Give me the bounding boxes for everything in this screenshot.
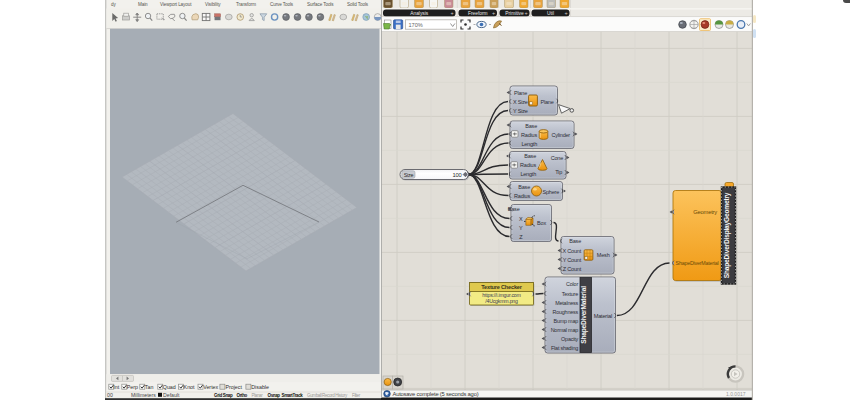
svg-text:X Size: X Size xyxy=(513,99,528,105)
svg-text:/4Ucgkmm.png: /4Ucgkmm.png xyxy=(485,298,518,304)
svg-text:+: + xyxy=(525,10,528,16)
svg-text:+: + xyxy=(565,10,568,16)
svg-text:Z Count: Z Count xyxy=(563,266,582,272)
svg-text:Util: Util xyxy=(547,11,554,16)
svg-text:+: + xyxy=(492,10,495,16)
svg-text:Int: Int xyxy=(113,384,119,390)
svg-text:Autosave complete (5 seconds a: Autosave complete (5 seconds ago) xyxy=(393,391,479,397)
svg-text:Flat shading: Flat shading xyxy=(551,345,578,351)
svg-text:Radius: Radius xyxy=(514,193,530,199)
svg-text:Surface Tools: Surface Tools xyxy=(307,2,334,7)
svg-text:Size: Size xyxy=(404,172,414,178)
svg-text:Geometry: Geometry xyxy=(693,209,717,215)
svg-text:Texture: Texture xyxy=(562,291,578,297)
svg-text:Main: Main xyxy=(138,2,148,7)
svg-text:Gumball: Gumball xyxy=(307,393,322,398)
svg-text:Disable: Disable xyxy=(251,384,269,390)
svg-text:Visibility: Visibility xyxy=(205,2,221,7)
svg-text:00: 00 xyxy=(107,392,113,398)
svg-text:1.0.0017: 1.0.0017 xyxy=(726,391,746,397)
svg-text:Default: Default xyxy=(163,392,180,398)
svg-text:Normal map: Normal map xyxy=(551,327,579,333)
svg-text:Vertex: Vertex xyxy=(203,384,218,390)
svg-text:Y Size: Y Size xyxy=(513,108,528,114)
svg-text:ShapeDiverDisplayGeometry: ShapeDiverDisplayGeometry xyxy=(723,192,731,278)
svg-text:Osnap: Osnap xyxy=(268,393,281,398)
svg-text:Material: Material xyxy=(594,313,612,319)
svg-text:Metalness: Metalness xyxy=(555,300,578,306)
svg-text:Plane: Plane xyxy=(540,99,553,105)
svg-text:X: X xyxy=(519,216,523,222)
svg-text:Primitive: Primitive xyxy=(505,11,524,16)
svg-text:Curve Tools: Curve Tools xyxy=(270,2,294,7)
svg-text:Cylinder: Cylinder xyxy=(551,132,570,138)
svg-text:Perp: Perp xyxy=(127,384,138,390)
svg-text:Record History: Record History xyxy=(322,393,348,398)
svg-text:Plane: Plane xyxy=(514,90,527,96)
svg-text:Roughness: Roughness xyxy=(553,309,579,315)
svg-text:Planar: Planar xyxy=(252,393,264,398)
svg-text:ShapeDiverMaterial: ShapeDiverMaterial xyxy=(676,260,719,266)
svg-text:Opacity: Opacity xyxy=(561,336,578,342)
svg-text:Quad: Quad xyxy=(163,384,176,390)
svg-text:Viewport Layout: Viewport Layout xyxy=(160,2,192,7)
svg-text:Base: Base xyxy=(524,153,536,159)
svg-text:Radius: Radius xyxy=(521,132,537,138)
svg-text:Filter: Filter xyxy=(352,393,361,398)
svg-text:Transform: Transform xyxy=(236,2,256,7)
svg-text:170%: 170% xyxy=(409,22,423,28)
svg-text:Y Count: Y Count xyxy=(563,257,582,263)
svg-text:dy: dy xyxy=(111,2,116,7)
svg-text:SmartTrack: SmartTrack xyxy=(282,393,304,398)
svg-text:Length: Length xyxy=(521,141,537,147)
svg-text:Box: Box xyxy=(537,220,546,226)
svg-text:Millimeters: Millimeters xyxy=(131,392,156,398)
svg-text:Cone: Cone xyxy=(551,155,563,161)
svg-text:Color: Color xyxy=(566,281,578,287)
svg-text:Tip: Tip xyxy=(555,169,562,175)
svg-text:Base: Base xyxy=(569,238,581,244)
svg-text:ShapeDiverMaterial: ShapeDiverMaterial xyxy=(580,286,588,344)
svg-text:X Count: X Count xyxy=(563,248,582,254)
svg-text:Grid Snap: Grid Snap xyxy=(214,393,233,398)
svg-text:Analysis: Analysis xyxy=(410,11,428,16)
svg-text:Ortho: Ortho xyxy=(237,393,248,398)
svg-text:Solid Tools: Solid Tools xyxy=(347,2,369,7)
svg-text:Base: Base xyxy=(518,184,530,190)
svg-text:100: 100 xyxy=(452,172,461,178)
svg-text:Tan: Tan xyxy=(145,384,154,390)
svg-text:+: + xyxy=(451,10,454,16)
svg-text:Y: Y xyxy=(519,225,523,231)
svg-text:Radius: Radius xyxy=(520,162,536,168)
svg-text:Knot: Knot xyxy=(184,384,195,390)
svg-text:Project: Project xyxy=(225,384,242,390)
svg-text:Sphere: Sphere xyxy=(542,189,559,195)
svg-text:Length: Length xyxy=(520,171,536,177)
svg-text:Base: Base xyxy=(525,123,537,129)
svg-text:Bump map: Bump map xyxy=(554,318,579,324)
svg-text:Freeform: Freeform xyxy=(468,11,487,16)
svg-text:Texture Checker: Texture Checker xyxy=(481,284,522,290)
svg-text:Mesh: Mesh xyxy=(597,252,610,258)
